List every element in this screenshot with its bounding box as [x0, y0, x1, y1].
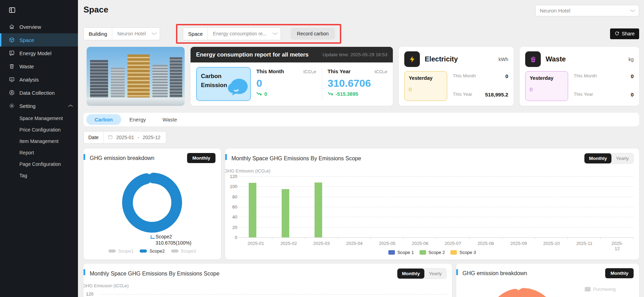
stat-value: 310.6706: [328, 77, 388, 89]
sidebar-item-page-configuration[interactable]: Page Configuration: [0, 158, 78, 170]
share-button[interactable]: Share: [610, 28, 639, 39]
date-separator: -: [138, 135, 139, 140]
filter-controls-row: Building Neuron Hotel Space Energy consu…: [83, 24, 639, 43]
sidebar-item-label: Setting: [19, 103, 36, 109]
ghg-breakdown-card-bottom: GHG emission breakdown Monthly Purchasin…: [456, 264, 639, 297]
stat-label: This Month: [256, 68, 284, 74]
sidebar-item-price-configuration[interactable]: Price Configuration: [0, 124, 78, 135]
bar-2025-03: [315, 183, 322, 237]
gridline: [239, 176, 634, 177]
x-tick: [600, 237, 601, 239]
sidebar-collapse-icon[interactable]: [0, 4, 78, 20]
legend-item-scope-1[interactable]: Scope 1: [388, 250, 414, 255]
tab-carbon[interactable]: Carbon: [86, 114, 121, 125]
sidebar-item-item-management[interactable]: Item Management: [0, 135, 78, 147]
hotel-select-value: Neuron Hotel: [540, 8, 570, 14]
this-year-stat: This Year tCO₂e 310.6706 -515.3895: [328, 67, 388, 101]
chart-title: Monthly Space GHG Emissions By Emissions…: [231, 155, 361, 162]
yearly-toggle-button[interactable]: Yearly: [611, 153, 633, 163]
y-tick-label: 120: [86, 291, 94, 297]
x-tick: [535, 237, 535, 239]
bar-chart-plot: 0204060801001202025-012025-022025-032025…: [239, 176, 634, 237]
sidebar-item-tag[interactable]: Tag: [0, 170, 78, 181]
x-tick: [272, 237, 272, 239]
x-tick: [633, 237, 634, 239]
share-icon: [615, 31, 619, 37]
monthly-toggle-button[interactable]: Monthly: [397, 269, 424, 279]
tab-waste[interactable]: Waste: [154, 114, 185, 125]
sidebar-item-energy-model[interactable]: Energy Model: [0, 46, 78, 60]
stat-unit: tCO₂e: [303, 69, 316, 74]
period-toggle: Monthly Yearly: [584, 153, 634, 164]
legend-item-scope-2[interactable]: Scope 2: [420, 250, 445, 255]
energy-model-icon: [8, 50, 15, 57]
space-select[interactable]: Space Energy consumption re...: [183, 27, 281, 40]
x-tick: [567, 237, 568, 239]
x-tick-label: 2025-06: [412, 241, 429, 246]
date-range-picker[interactable]: Date 2025-01 - 2025-12: [83, 131, 166, 144]
sidebar-item-report[interactable]: Report: [0, 147, 78, 158]
stat-label: This Year: [328, 68, 351, 74]
building-select[interactable]: Building Neuron Hotel: [83, 27, 160, 40]
donut-chart: [83, 163, 221, 243]
y-axis-title: GHG Emission (tCO₂e): [225, 168, 271, 173]
sidebar-item-space-management[interactable]: Space Management: [0, 112, 78, 124]
gear-icon: [8, 102, 15, 109]
x-tick: [436, 237, 436, 239]
sidebar-item-waste[interactable]: Waste: [0, 60, 78, 73]
legend-item-scope2[interactable]: Scope2: [140, 248, 165, 254]
waste-card: Waste kg Yesterday 0 This Month0 This Ye…: [520, 47, 639, 106]
legend-item-scope-3[interactable]: Scope 3: [450, 250, 476, 255]
sidebar-item-setting[interactable]: Setting: [0, 99, 78, 112]
monthly-button[interactable]: Monthly: [187, 153, 215, 163]
carbon-emission-tile[interactable]: Carbon Emission: [196, 67, 251, 101]
y-tick-label: 80: [226, 194, 237, 200]
ghg-breakdown-card: GHG emission breakdown Monthly Scope2 31…: [83, 148, 221, 260]
gridline: [239, 207, 634, 207]
legend-item-scope1[interactable]: Scope1: [108, 248, 133, 254]
sidebar-item-analysis[interactable]: Analysis: [0, 73, 78, 86]
x-tick-label: 2025-10: [543, 241, 560, 246]
chart-title: GHG emission breakdown: [462, 270, 527, 277]
gridline: [239, 217, 634, 217]
x-tick: [502, 237, 502, 239]
y-tick-label: 40: [226, 214, 237, 220]
sidebar-item-data-collection[interactable]: Data Collection: [0, 86, 78, 99]
hotel-select[interactable]: Neuron Hotel: [535, 5, 639, 16]
yearly-toggle-button[interactable]: Yearly: [424, 269, 446, 279]
stat-unit: tCO₂e: [374, 69, 387, 74]
date-label: Date: [84, 131, 104, 143]
donut-data-label: Scope2 310.6705(100%): [156, 234, 192, 246]
stat-row: This Year0: [574, 92, 634, 97]
monthly-emissions-card: Monthly Space GHG Emissions By Emissions…: [225, 148, 639, 260]
trend-value: 0: [264, 91, 267, 97]
chevron-up-icon: [68, 104, 73, 108]
sidebar-item-overview[interactable]: Overview: [0, 20, 78, 33]
date-end[interactable]: 2025-12: [143, 135, 160, 140]
tab-energy[interactable]: Energy: [121, 114, 155, 125]
chart-title: GHG emission breakdown: [90, 155, 155, 161]
record-carbon-button[interactable]: Record carbon: [291, 28, 335, 40]
stat-row: This Month0: [574, 73, 634, 79]
energy-report-card: Energy consumption report for all meters…: [191, 47, 393, 106]
chevron-down-icon: [272, 32, 278, 36]
x-tick-label: 2025-09: [510, 241, 527, 246]
sidebar-item-space[interactable]: Space: [0, 33, 78, 46]
monthly-button[interactable]: Monthly: [605, 268, 634, 278]
space-select-label: Space: [183, 28, 208, 40]
trend-down-icon: [256, 91, 262, 97]
x-tick-label: 2025-02: [280, 241, 297, 246]
chevron-down-icon: [151, 32, 157, 36]
x-tick-label: 2025-05: [379, 241, 396, 246]
monthly-toggle-button[interactable]: Monthly: [584, 153, 611, 163]
legend-item-purchasing[interactable]: Purchasing: [585, 287, 616, 292]
x-tick-label: 2025-11: [576, 241, 592, 246]
yesterday-box: Yesterday 0: [525, 71, 568, 101]
date-start[interactable]: 2025-01: [116, 135, 134, 140]
x-tick: [403, 237, 404, 239]
highlight-annotation-box: Space Energy consumption re... Record ca…: [176, 24, 341, 44]
legend-item-scope3[interactable]: Scope3: [171, 248, 196, 254]
gridline: [239, 237, 634, 238]
yesterday-value: 0: [530, 86, 564, 92]
y-tick-label: 100: [226, 184, 237, 189]
